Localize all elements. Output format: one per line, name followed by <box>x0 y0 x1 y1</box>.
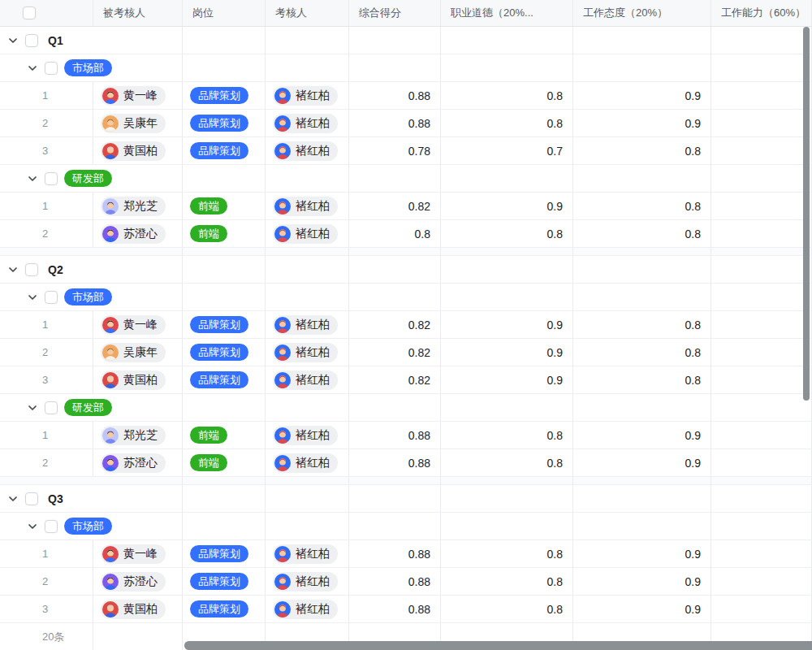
row-index-cell[interactable]: 1 <box>0 422 93 448</box>
chevron-down-icon[interactable] <box>27 402 38 414</box>
row-index-cell[interactable]: 1 <box>0 82 93 109</box>
person-cell[interactable]: 苏澄心 <box>93 220 183 247</box>
score-cell[interactable]: 0.82 <box>349 366 441 393</box>
ability-cell[interactable] <box>711 220 812 247</box>
score-cell[interactable]: 0.78 <box>349 137 441 164</box>
position-cell[interactable]: 前端 <box>183 220 266 247</box>
ability-cell[interactable] <box>711 137 812 164</box>
assessor-cell[interactable]: 褚红柏 <box>266 137 349 164</box>
col-header-assessor[interactable]: 考核人 <box>266 0 349 26</box>
group-checkbox[interactable] <box>25 34 38 47</box>
ethics-cell[interactable]: 0.8 <box>441 540 573 567</box>
col-header-attitude[interactable]: 工作态度（20%） <box>573 0 711 26</box>
position-cell[interactable]: 前端 <box>183 422 266 448</box>
chevron-down-icon[interactable] <box>27 173 38 184</box>
score-cell[interactable]: 0.8 <box>349 220 441 247</box>
attitude-cell[interactable]: 0.8 <box>573 366 711 393</box>
position-cell[interactable]: 品牌策划 <box>183 366 266 393</box>
person-cell[interactable]: 黄一峰 <box>93 540 183 567</box>
chevron-down-icon[interactable] <box>7 35 19 46</box>
ethics-cell[interactable]: 0.9 <box>441 339 573 366</box>
attitude-cell[interactable]: 0.8 <box>573 339 711 366</box>
assessor-cell[interactable]: 褚红柏 <box>266 193 349 219</box>
ethics-cell[interactable]: 0.9 <box>441 311 573 338</box>
score-cell[interactable]: 0.82 <box>349 193 441 219</box>
person-cell[interactable]: 黄一峰 <box>93 82 183 109</box>
row-index-cell[interactable]: 2 <box>0 110 93 136</box>
ethics-cell[interactable]: 0.8 <box>441 110 573 136</box>
position-cell[interactable]: 品牌策划 <box>183 596 266 622</box>
person-cell[interactable]: 吴康年 <box>93 339 183 366</box>
group-checkbox[interactable] <box>25 492 38 505</box>
position-cell[interactable]: 品牌策划 <box>183 110 266 136</box>
assessor-cell[interactable]: 褚红柏 <box>266 311 349 338</box>
ability-cell[interactable] <box>711 82 812 109</box>
score-cell[interactable]: 0.88 <box>349 422 441 448</box>
ethics-cell[interactable]: 0.8 <box>441 82 573 109</box>
attitude-cell[interactable]: 0.8 <box>573 193 711 219</box>
ability-cell[interactable] <box>711 193 812 219</box>
ability-cell[interactable] <box>711 422 812 448</box>
ability-cell[interactable] <box>711 110 812 136</box>
position-cell[interactable]: 前端 <box>183 193 266 219</box>
person-cell[interactable]: 黄国柏 <box>93 596 183 622</box>
attitude-cell[interactable]: 0.9 <box>573 540 711 567</box>
dept-checkbox[interactable] <box>45 401 58 414</box>
position-cell[interactable]: 品牌策划 <box>183 311 266 338</box>
ability-cell[interactable] <box>711 449 812 476</box>
person-cell[interactable]: 苏澄心 <box>93 568 183 595</box>
row-index-cell[interactable]: 1 <box>0 540 93 567</box>
ability-cell[interactable] <box>711 339 812 366</box>
attitude-cell[interactable]: 0.9 <box>573 449 711 476</box>
person-cell[interactable]: 吴康年 <box>93 110 183 136</box>
attitude-cell[interactable]: 0.9 <box>573 596 711 622</box>
ethics-cell[interactable]: 0.9 <box>441 193 573 219</box>
assessor-cell[interactable]: 褚红柏 <box>266 596 349 622</box>
dept-checkbox[interactable] <box>45 172 58 185</box>
row-index-cell[interactable]: 3 <box>0 596 93 622</box>
row-index-cell[interactable]: 3 <box>0 137 93 164</box>
ethics-cell[interactable]: 0.8 <box>441 449 573 476</box>
col-header-ability[interactable]: 工作能力（60%） <box>711 0 812 26</box>
position-cell[interactable]: 品牌策划 <box>183 339 266 366</box>
score-cell[interactable]: 0.88 <box>349 110 441 136</box>
score-cell[interactable]: 0.88 <box>349 540 441 567</box>
ability-cell[interactable] <box>711 366 812 393</box>
row-index-cell[interactable]: 2 <box>0 220 93 247</box>
person-cell[interactable]: 郑光芝 <box>93 193 183 219</box>
attitude-cell[interactable]: 0.8 <box>573 311 711 338</box>
group-checkbox[interactable] <box>25 263 38 276</box>
position-cell[interactable]: 品牌策划 <box>183 137 266 164</box>
attitude-cell[interactable]: 0.9 <box>573 568 711 595</box>
position-cell[interactable]: 前端 <box>183 449 266 476</box>
assessor-cell[interactable]: 褚红柏 <box>266 110 349 136</box>
score-cell[interactable]: 0.88 <box>349 82 441 109</box>
position-cell[interactable]: 品牌策划 <box>183 82 266 109</box>
row-index-cell[interactable]: 2 <box>0 339 93 366</box>
score-cell[interactable]: 0.82 <box>349 339 441 366</box>
col-header-position[interactable]: 岗位 <box>183 0 266 26</box>
dept-checkbox[interactable] <box>45 291 58 304</box>
ability-cell[interactable] <box>711 568 812 595</box>
ethics-cell[interactable]: 0.8 <box>441 220 573 247</box>
ethics-cell[interactable]: 0.7 <box>441 137 573 164</box>
chevron-down-icon[interactable] <box>27 292 38 303</box>
assessor-cell[interactable]: 褚红柏 <box>266 82 349 109</box>
ethics-cell[interactable]: 0.8 <box>441 596 573 622</box>
attitude-cell[interactable]: 0.8 <box>573 137 711 164</box>
ability-cell[interactable] <box>711 311 812 338</box>
score-cell[interactable]: 0.88 <box>349 449 441 476</box>
attitude-cell[interactable]: 0.9 <box>573 82 711 109</box>
dept-checkbox[interactable] <box>45 62 58 75</box>
row-index-cell[interactable]: 1 <box>0 311 93 338</box>
person-cell[interactable]: 郑光芝 <box>93 422 183 448</box>
score-cell[interactable]: 0.88 <box>349 568 441 595</box>
vertical-scrollbar[interactable] <box>803 27 810 401</box>
col-header-person[interactable]: 被考核人 <box>93 0 183 26</box>
chevron-down-icon[interactable] <box>27 63 38 74</box>
row-index-cell[interactable]: 2 <box>0 449 93 476</box>
ethics-cell[interactable]: 0.9 <box>441 366 573 393</box>
assessor-cell[interactable]: 褚红柏 <box>266 422 349 448</box>
chevron-down-icon[interactable] <box>7 493 19 505</box>
horizontal-scrollbar[interactable] <box>184 641 812 650</box>
